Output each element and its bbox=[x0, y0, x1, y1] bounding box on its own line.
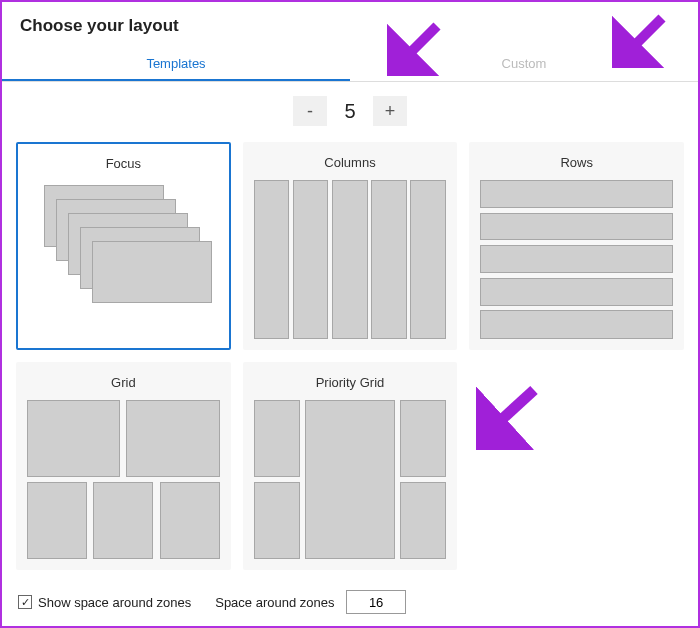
layout-card-grid[interactable]: Grid bbox=[16, 362, 231, 570]
layout-card-title: Priority Grid bbox=[254, 371, 447, 400]
layout-preview-icon bbox=[28, 181, 219, 338]
layout-card-rows[interactable]: Rows bbox=[469, 142, 684, 350]
tabs: Templates Custom bbox=[2, 46, 698, 82]
tab-templates[interactable]: Templates bbox=[2, 46, 350, 81]
layout-card-priority-grid[interactable]: Priority Grid bbox=[243, 362, 458, 570]
zone-count-stepper: - 5 + bbox=[2, 82, 698, 136]
layout-preview-icon bbox=[480, 180, 673, 339]
layout-preview-icon bbox=[254, 180, 447, 339]
layout-card-title: Rows bbox=[480, 151, 673, 180]
space-around-input[interactable] bbox=[346, 590, 406, 614]
checkbox-icon: ✓ bbox=[18, 595, 32, 609]
layout-card-focus[interactable]: Focus bbox=[16, 142, 231, 350]
layout-cards: Focus Columns Rows Grid Priority Grid bbox=[2, 136, 698, 580]
page-title: Choose your layout bbox=[2, 2, 698, 46]
tab-custom[interactable]: Custom bbox=[350, 46, 698, 81]
layout-card-title: Columns bbox=[254, 151, 447, 180]
zone-count-value: 5 bbox=[333, 100, 367, 123]
show-space-label: Show space around zones bbox=[38, 595, 191, 610]
space-around-wrap: Space around zones bbox=[215, 590, 406, 614]
layout-card-title: Focus bbox=[28, 152, 219, 181]
increment-button[interactable]: + bbox=[373, 96, 407, 126]
footer: ✓ Show space around zones Space around z… bbox=[2, 582, 698, 622]
decrement-button[interactable]: - bbox=[293, 96, 327, 126]
layout-chooser-window: Choose your layout Templates Custom - 5 … bbox=[0, 0, 700, 628]
layout-preview-icon bbox=[27, 400, 220, 559]
layout-preview-icon bbox=[254, 400, 447, 559]
space-around-label: Space around zones bbox=[215, 595, 334, 610]
layout-card-columns[interactable]: Columns bbox=[243, 142, 458, 350]
show-space-checkbox-wrap[interactable]: ✓ Show space around zones bbox=[18, 595, 191, 610]
layout-card-title: Grid bbox=[27, 371, 220, 400]
